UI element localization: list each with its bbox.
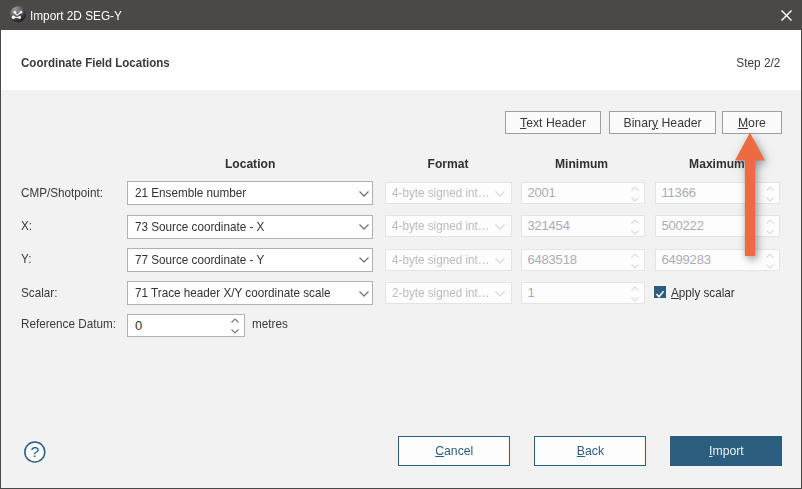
- svg-text:?: ?: [30, 443, 39, 460]
